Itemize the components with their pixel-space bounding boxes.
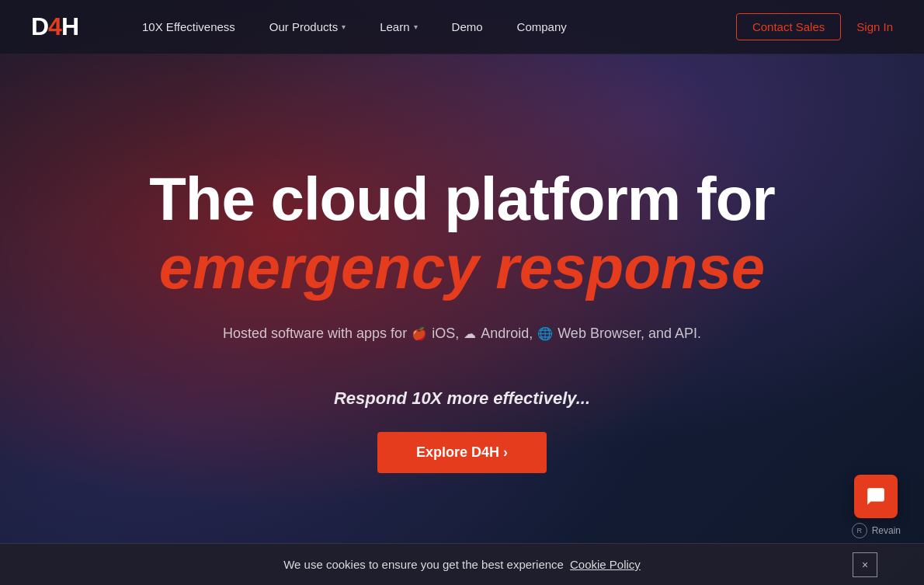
nav-item-products[interactable]: Our Products ▾ (252, 0, 363, 54)
hero-section: The cloud platform for emergency respons… (0, 54, 924, 585)
nav-item-effectiveness[interactable]: 10X Effectiveness (125, 0, 252, 54)
cookie-banner: We use cookies to ensure you get the bes… (0, 543, 924, 585)
nav-links: 10X Effectiveness Our Products ▾ Learn ▾… (125, 0, 736, 54)
hero-subtitle: Hosted software with apps for 🍎 iOS, ☁ A… (223, 326, 701, 342)
logo-d: D (31, 12, 48, 40)
nav-item-demo[interactable]: Demo (435, 0, 500, 54)
chat-widget: R Revain (852, 475, 901, 538)
hero-title-line2: emergency response (159, 233, 765, 303)
cookie-policy-link[interactable]: Cookie Policy (570, 558, 641, 571)
chat-button[interactable] (854, 475, 898, 518)
hero-title-line1: The cloud platform for (149, 166, 775, 233)
logo-h: H (61, 12, 78, 40)
chevron-down-icon: ▾ (414, 23, 418, 31)
contact-sales-button[interactable]: Contact Sales (736, 13, 841, 40)
signin-button[interactable]: Sign In (856, 20, 893, 33)
cookie-text: We use cookies to ensure you get the bes… (283, 558, 564, 571)
nav-right: Contact Sales Sign In (736, 13, 893, 40)
hero-tagline: Respond 10X more effectively... (334, 388, 590, 409)
logo[interactable]: D4H (31, 12, 78, 41)
chevron-down-icon: ▾ (342, 23, 346, 31)
nav-item-learn[interactable]: Learn ▾ (363, 0, 434, 54)
cta-button[interactable]: Explore D4H › (377, 432, 547, 473)
revain-icon: R (852, 523, 867, 538)
revain-label: R Revain (852, 523, 901, 538)
navbar: D4H 10X Effectiveness Our Products ▾ Lea… (0, 0, 924, 54)
logo-4: 4 (48, 12, 61, 40)
android-icon: ☁ (464, 326, 476, 341)
chat-icon (866, 486, 886, 507)
browser-icon: 🌐 (537, 326, 553, 341)
nav-item-company[interactable]: Company (500, 0, 584, 54)
cookie-close-button[interactable]: × (853, 552, 877, 577)
apple-icon: 🍎 (412, 326, 427, 341)
